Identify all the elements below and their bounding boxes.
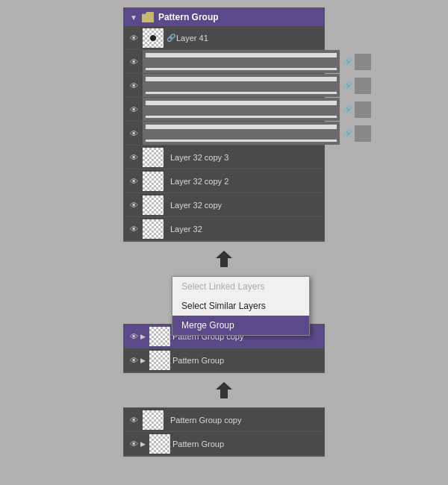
collapse-arrow-icon[interactable]: ▼ [130,13,137,22]
eye-icon[interactable]: 👁 [127,79,140,93]
checker-bg [149,434,170,454]
layer-thumbnail [143,219,164,239]
layer-thumbnail [149,351,170,370]
menu-item-select-similar[interactable]: Select Similar Layers [172,296,309,316]
eye-icon[interactable]: 👁 [127,437,140,451]
layer-thumbnail [143,410,164,430]
link-icon: 🔗 [342,128,352,139]
layer-row[interactable]: 👁 ▶ Pattern Group [124,432,324,456]
link-icon: 🔗 [342,81,352,91]
expand-arrow-icon[interactable]: ▶ [140,333,146,340]
layers-panel: ▼ Pattern Group 👁 🔗 Layer 41 👁 🔗 Shape 1… [123,7,325,242]
layer-row[interactable]: 👁 Pattern Group copy [124,408,324,432]
menu-item-select-linked[interactable]: Select Linked Layers [172,277,309,296]
layer-name: Layer 32 [170,225,324,234]
layer-name: Pattern Group [172,356,324,365]
eye-icon[interactable]: 👁 [127,413,140,427]
layer-name: Layer 32 copy [170,201,324,210]
expand-arrow-icon[interactable]: ▶ [140,357,146,364]
layer-thumbnail [143,74,340,97]
dot-shape [150,35,156,41]
layer-row[interactable]: 👁 Layer 32 copy 3 [124,146,324,169]
layer-name: Layer 32 copy 2 [170,177,324,186]
expand-arrow-icon[interactable]: ▶ [140,440,146,448]
panel-title: Pattern Group [158,12,219,22]
shape-color-swatch [355,78,371,94]
checker-bg [143,148,164,167]
menu-item-merge-group[interactable]: Merge Group [172,316,309,335]
link-icon: 🔗 [166,33,176,43]
layer-row[interactable]: 👁 Layer 32 copy [124,193,324,217]
svg-marker-0 [216,251,232,267]
folder-icon [142,12,154,22]
layer-thumbnail [143,122,340,145]
eye-icon[interactable]: 👁 [127,55,140,69]
layer-name: Pattern Group [172,439,324,448]
shape-color-swatch [355,101,371,118]
layer-thumbnail [143,195,164,215]
eye-icon[interactable]: 👁 [127,103,140,116]
eye-icon[interactable]: 👁 [127,222,140,236]
layer-name: Layer 41 [176,34,324,43]
layer-thumbnail [149,434,170,454]
checker-bg [143,410,164,430]
layer-thumbnail [143,172,164,191]
checker-bg [143,219,164,239]
arrow-down-2 [213,379,235,401]
eye-icon[interactable]: 👁 [127,354,140,367]
layer-thumbnail [143,148,164,167]
layer-thumbnail [149,327,170,346]
checker-bg [143,172,164,191]
layer-thumbnail [143,50,340,73]
layer-row[interactable]: 👁 Layer 32 copy 2 [124,169,324,193]
layer-thumbnail [143,98,340,121]
checker-bg [149,327,170,346]
eye-icon[interactable]: 👁 [127,198,140,212]
link-icon: 🔗 [342,104,352,115]
shape-color-swatch [355,54,371,70]
layer-row[interactable]: 👁 🔗 Shape 1 copy [124,98,324,122]
context-menu-section: Select Linked Layers Select Similar Laye… [123,276,325,373]
svg-marker-1 [216,382,232,398]
layer-thumbnail [143,28,164,48]
layer-row[interactable]: 👁 🔗 Shape 1 copy 2 [124,74,324,98]
arrow-icon [213,379,235,401]
eye-icon[interactable]: 👁 [127,151,140,164]
layer-row[interactable]: 👁 ▶ Pattern Group [124,348,324,372]
checker-bg [149,351,170,370]
eye-icon[interactable]: 👁 [127,175,140,188]
panel-header: ▼ Pattern Group [124,8,324,26]
link-icon: 🔗 [342,57,352,67]
checker-bg [143,195,164,215]
layer-name: Pattern Group copy [170,416,324,425]
layer-row[interactable]: 👁 🔗 Layer 41 [124,26,324,50]
arrow-icon [213,248,235,270]
layer-row[interactable]: 👁 🔗 Shape 1 copy 4 [124,50,324,74]
layer-name: Layer 32 copy 3 [170,153,324,162]
context-menu: Select Linked Layers Select Similar Laye… [172,276,310,336]
layer-row[interactable]: 👁 Layer 32 [124,217,324,241]
result-panel: 👁 Pattern Group copy 👁 ▶ Pattern Group [123,407,325,457]
arrow-down-1 [213,248,235,270]
eye-icon[interactable]: 👁 [127,127,140,140]
eye-icon[interactable]: 👁 [127,31,140,45]
layer-row[interactable]: 👁 🔗 Shape 1 [124,122,324,146]
eye-icon[interactable]: 👁 [127,330,140,343]
shape-color-swatch [355,125,371,142]
